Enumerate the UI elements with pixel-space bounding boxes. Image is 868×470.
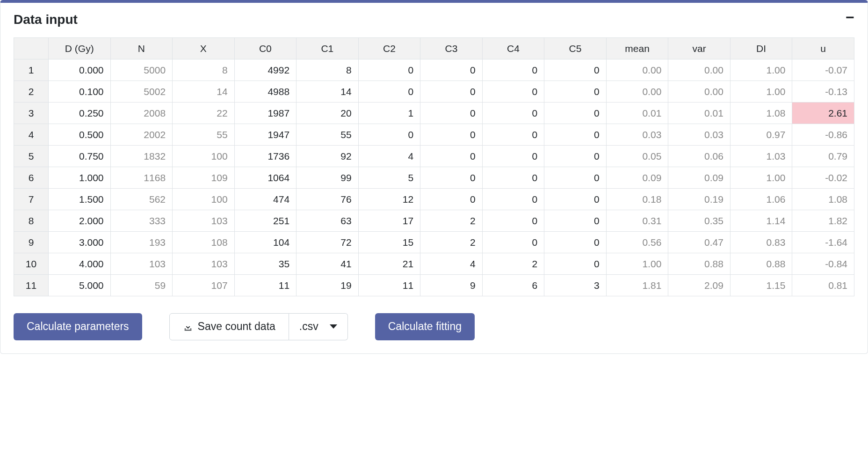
cell-u[interactable]: -1.64 [792, 232, 854, 253]
cell-di[interactable]: 0.88 [730, 253, 792, 275]
cell-c5[interactable]: 3 [544, 275, 607, 296]
cell-c5[interactable]: 0 [544, 232, 607, 253]
cell-c4[interactable]: 0 [482, 81, 544, 103]
calculate-parameters-button[interactable]: Calculate parameters [14, 313, 142, 340]
cell-c4[interactable]: 0 [482, 210, 544, 232]
cell-c2[interactable]: 1 [358, 103, 420, 124]
cell-c1[interactable]: 8 [297, 59, 359, 81]
cell-var[interactable]: 0.09 [668, 167, 731, 189]
cell-c2[interactable]: 21 [358, 253, 420, 275]
cell-x[interactable]: 55 [173, 124, 235, 146]
cell-c1[interactable]: 14 [297, 81, 359, 103]
cell-c2[interactable]: 15 [358, 232, 420, 253]
cell-c2[interactable]: 12 [358, 189, 420, 210]
cell-u[interactable]: 0.81 [792, 275, 854, 296]
cell-n[interactable]: 5000 [110, 59, 173, 81]
cell-c4[interactable]: 0 [482, 167, 544, 189]
cell-c1[interactable]: 55 [297, 124, 359, 146]
cell-c4[interactable]: 0 [482, 103, 544, 124]
cell-mean[interactable]: 0.01 [606, 103, 668, 124]
cell-d[interactable]: 0.000 [49, 59, 111, 81]
cell-c5[interactable]: 0 [544, 59, 607, 81]
save-count-data-button[interactable]: Save count data [169, 313, 289, 340]
cell-di[interactable]: 1.03 [730, 146, 792, 167]
cell-x[interactable]: 22 [173, 103, 235, 124]
cell-x[interactable]: 108 [173, 232, 235, 253]
cell-d[interactable]: 0.500 [49, 124, 111, 146]
minimize-icon[interactable]: − [846, 14, 854, 26]
cell-c5[interactable]: 0 [544, 146, 607, 167]
cell-u[interactable]: -0.07 [792, 59, 854, 81]
cell-var[interactable]: 0.47 [668, 232, 731, 253]
cell-d[interactable]: 3.000 [49, 232, 111, 253]
cell-c3[interactable]: 0 [420, 124, 483, 146]
cell-c3[interactable]: 2 [420, 232, 483, 253]
cell-c2[interactable]: 17 [358, 210, 420, 232]
cell-c0[interactable]: 251 [234, 210, 297, 232]
cell-n[interactable]: 1832 [110, 146, 173, 167]
cell-x[interactable]: 8 [173, 59, 235, 81]
cell-c2[interactable]: 0 [358, 81, 420, 103]
cell-d[interactable]: 2.000 [49, 210, 111, 232]
cell-x[interactable]: 100 [173, 146, 235, 167]
cell-c2[interactable]: 4 [358, 146, 420, 167]
cell-c2[interactable]: 0 [358, 59, 420, 81]
cell-u[interactable]: 0.79 [792, 146, 854, 167]
cell-mean[interactable]: 1.00 [606, 253, 668, 275]
cell-num[interactable]: 11 [14, 275, 49, 296]
cell-num[interactable]: 4 [14, 124, 49, 146]
cell-c0[interactable]: 104 [234, 232, 297, 253]
cell-c5[interactable]: 0 [544, 103, 607, 124]
cell-c4[interactable]: 0 [482, 189, 544, 210]
cell-c3[interactable]: 4 [420, 253, 483, 275]
cell-c0[interactable]: 1064 [234, 167, 297, 189]
cell-u[interactable]: 2.61 [792, 103, 854, 124]
cell-c5[interactable]: 0 [544, 210, 607, 232]
cell-di[interactable]: 1.06 [730, 189, 792, 210]
cell-di[interactable]: 1.14 [730, 210, 792, 232]
cell-c0[interactable]: 35 [234, 253, 297, 275]
cell-c5[interactable]: 0 [544, 167, 607, 189]
cell-x[interactable]: 103 [173, 210, 235, 232]
cell-c2[interactable]: 0 [358, 124, 420, 146]
cell-n[interactable]: 59 [110, 275, 173, 296]
cell-c0[interactable]: 4992 [234, 59, 297, 81]
cell-di[interactable]: 0.83 [730, 232, 792, 253]
cell-u[interactable]: -0.02 [792, 167, 854, 189]
cell-c0[interactable]: 474 [234, 189, 297, 210]
calculate-fitting-button[interactable]: Calculate fitting [375, 313, 475, 340]
cell-c3[interactable]: 2 [420, 210, 483, 232]
cell-n[interactable]: 193 [110, 232, 173, 253]
cell-c3[interactable]: 0 [420, 146, 483, 167]
cell-num[interactable]: 7 [14, 189, 49, 210]
cell-num[interactable]: 2 [14, 81, 49, 103]
cell-di[interactable]: 1.00 [730, 59, 792, 81]
cell-d[interactable]: 5.000 [49, 275, 111, 296]
cell-x[interactable]: 107 [173, 275, 235, 296]
cell-var[interactable]: 0.00 [668, 81, 731, 103]
cell-c3[interactable]: 9 [420, 275, 483, 296]
cell-c1[interactable]: 76 [297, 189, 359, 210]
cell-c1[interactable]: 72 [297, 232, 359, 253]
cell-c1[interactable]: 63 [297, 210, 359, 232]
cell-n[interactable]: 2008 [110, 103, 173, 124]
cell-d[interactable]: 1.500 [49, 189, 111, 210]
cell-n[interactable]: 103 [110, 253, 173, 275]
cell-n[interactable]: 333 [110, 210, 173, 232]
cell-c1[interactable]: 20 [297, 103, 359, 124]
cell-mean[interactable]: 0.09 [606, 167, 668, 189]
cell-c2[interactable]: 5 [358, 167, 420, 189]
cell-u[interactable]: -0.86 [792, 124, 854, 146]
cell-c3[interactable]: 0 [420, 189, 483, 210]
cell-c4[interactable]: 0 [482, 232, 544, 253]
cell-c4[interactable]: 2 [482, 253, 544, 275]
cell-mean[interactable]: 0.03 [606, 124, 668, 146]
cell-mean[interactable]: 0.00 [606, 81, 668, 103]
cell-di[interactable]: 1.15 [730, 275, 792, 296]
cell-c0[interactable]: 11 [234, 275, 297, 296]
cell-var[interactable]: 0.35 [668, 210, 731, 232]
cell-di[interactable]: 1.08 [730, 103, 792, 124]
cell-x[interactable]: 109 [173, 167, 235, 189]
cell-num[interactable]: 1 [14, 59, 49, 81]
cell-d[interactable]: 0.250 [49, 103, 111, 124]
